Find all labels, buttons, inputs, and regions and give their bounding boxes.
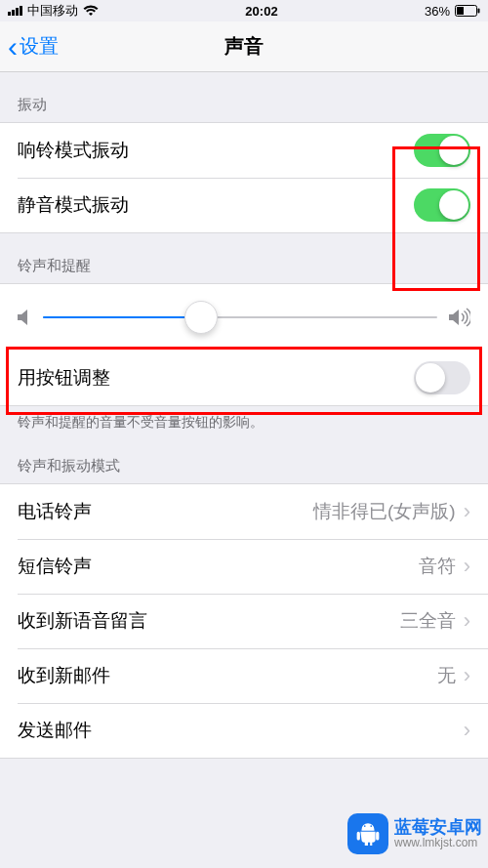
battery-pct-label: 36%	[425, 4, 450, 19]
watermark: 蓝莓安卓网 www.lmkjst.com	[347, 813, 482, 854]
navigation-bar: ‹ 设置 声音	[0, 21, 488, 72]
chevron-right-icon: ›	[464, 718, 470, 743]
cell-value: 情非得已(女声版)	[313, 499, 456, 524]
group-footer-ringer: 铃声和提醒的音量不受音量按钮的影响。	[0, 406, 488, 441]
cell-value: 无	[437, 663, 456, 688]
cell-label: 静音模式振动	[18, 192, 129, 218]
cell-label: 发送邮件	[18, 718, 92, 743]
status-right: 36%	[425, 4, 480, 19]
cell-sent-mail[interactable]: 发送邮件 ›	[0, 703, 488, 758]
page-title: 声音	[0, 33, 488, 60]
cell-ringtone[interactable]: 电话铃声 情非得已(女声版) ›	[0, 484, 488, 539]
cell-label: 收到新语音留言	[18, 608, 147, 634]
status-left: 中国移动	[8, 2, 99, 20]
group-header-ringer: 铃声和提醒	[0, 233, 488, 283]
switch-silent-vibrate[interactable]	[414, 188, 470, 222]
chevron-right-icon: ›	[464, 499, 470, 524]
chevron-right-icon: ›	[464, 663, 470, 688]
slider-fill	[43, 316, 201, 318]
cell-value: 音符	[419, 554, 456, 579]
chevron-right-icon: ›	[464, 608, 470, 634]
volume-high-icon	[449, 308, 470, 327]
volume-slider[interactable]	[43, 316, 437, 318]
wifi-icon	[83, 5, 99, 17]
carrier-label: 中国移动	[27, 2, 78, 20]
chevron-left-icon: ‹	[8, 32, 18, 62]
group-patterns: 电话铃声 情非得已(女声版) › 短信铃声 音符 › 收到新语音留言 三全音 ›…	[0, 483, 488, 759]
switch-ring-vibrate[interactable]	[414, 134, 470, 167]
content-scroll[interactable]: 振动 响铃模式振动 静音模式振动 铃声和提醒 用按钮调整 铃声和提醒的音量不受音…	[0, 72, 488, 759]
group-ringer: 用按钮调整	[0, 283, 488, 406]
slider-thumb[interactable]	[184, 301, 218, 334]
cell-ring-vibrate[interactable]: 响铃模式振动	[0, 123, 488, 178]
watermark-title: 蓝莓安卓网	[394, 818, 482, 838]
cell-value: 三全音	[400, 608, 456, 634]
back-label: 设置	[20, 33, 59, 60]
switch-button-adjust[interactable]	[414, 361, 470, 394]
cell-new-mail[interactable]: 收到新邮件 无 ›	[0, 648, 488, 703]
svg-rect-1	[457, 7, 464, 15]
cell-voicemail[interactable]: 收到新语音留言 三全音 ›	[0, 594, 488, 648]
svg-rect-2	[478, 9, 480, 14]
watermark-android-icon	[347, 813, 388, 854]
signal-icon	[8, 6, 22, 16]
cell-label: 响铃模式振动	[18, 138, 129, 163]
watermark-url: www.lmkjst.com	[394, 837, 482, 849]
cell-label: 电话铃声	[18, 499, 92, 524]
group-header-vibrate: 振动	[0, 72, 488, 122]
chevron-right-icon: ›	[464, 554, 470, 579]
battery-icon	[455, 5, 480, 17]
volume-low-icon	[18, 309, 31, 326]
cell-text-tone[interactable]: 短信铃声 音符 ›	[0, 539, 488, 594]
cell-volume-slider[interactable]	[0, 284, 488, 351]
back-button[interactable]: ‹ 设置	[0, 32, 59, 62]
cell-silent-vibrate[interactable]: 静音模式振动	[0, 178, 488, 232]
status-bar: 中国移动 20:02 36%	[0, 0, 488, 21]
cell-button-adjust[interactable]: 用按钮调整	[0, 351, 488, 405]
cell-label: 用按钮调整	[18, 365, 110, 391]
status-time: 20:02	[245, 4, 277, 19]
cell-label: 短信铃声	[18, 554, 92, 579]
group-vibrate: 响铃模式振动 静音模式振动	[0, 122, 488, 233]
group-header-patterns: 铃声和振动模式	[0, 441, 488, 483]
cell-label: 收到新邮件	[18, 663, 110, 688]
